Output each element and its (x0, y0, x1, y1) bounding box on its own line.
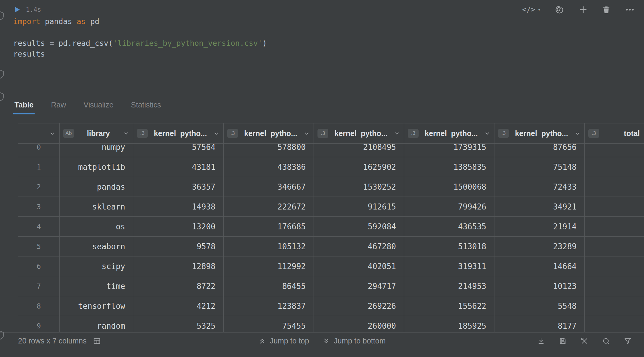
value-cell[interactable]: 10123 (494, 276, 585, 296)
tab-statistics[interactable]: Statistics (130, 95, 162, 114)
table-row[interactable]: 4os1320017668559208443653521914 (18, 217, 644, 237)
column-header-index[interactable] (18, 123, 60, 144)
column-menu-chevron-icon[interactable] (394, 130, 400, 137)
save-icon[interactable] (559, 337, 567, 345)
value-cell-total[interactable] (585, 256, 644, 276)
table-row[interactable]: 8tensorflow42121238372692261556225548 (18, 296, 644, 316)
row-index-cell[interactable]: 1 (18, 157, 60, 177)
table-row[interactable]: 5seaborn957810513246728051301823289 (18, 237, 644, 256)
library-cell[interactable]: random (60, 316, 133, 332)
tab-table[interactable]: Table (13, 95, 35, 114)
value-cell[interactable]: 123837 (224, 296, 314, 316)
row-index-cell[interactable]: 6 (18, 256, 60, 276)
value-cell[interactable]: 346667 (224, 177, 314, 197)
row-index-cell[interactable]: 0 (18, 144, 60, 157)
row-index-cell[interactable]: 8 (18, 296, 60, 316)
value-cell[interactable]: 8722 (133, 276, 224, 296)
filter-icon[interactable] (624, 337, 632, 345)
value-cell[interactable]: 176685 (224, 217, 314, 237)
value-cell-total[interactable] (585, 157, 644, 177)
value-cell[interactable]: 36357 (133, 177, 224, 197)
table-row[interactable]: 2pandas363573466671530252150006872433 (18, 177, 644, 197)
tools-icon[interactable] (580, 337, 589, 345)
value-cell[interactable]: 438386 (224, 157, 314, 177)
code-block[interactable]: import pandas as pd results = pd.read_cs… (13, 16, 267, 60)
value-cell-total[interactable] (585, 276, 644, 296)
value-cell[interactable]: 21914 (494, 217, 585, 237)
delete-cell-icon[interactable] (602, 5, 611, 14)
value-cell[interactable]: 185925 (404, 316, 494, 332)
value-cell[interactable]: 1530252 (314, 177, 404, 197)
code-dropdown-icon[interactable]: </> ▾ (522, 5, 540, 14)
library-cell[interactable]: numpy (60, 144, 133, 157)
value-cell[interactable]: 269226 (314, 296, 404, 316)
value-cell-total[interactable] (585, 144, 644, 157)
spiral-icon[interactable] (554, 5, 565, 15)
jump-to-top-button[interactable]: Jump to top (259, 337, 309, 345)
value-cell[interactable]: 222672 (224, 197, 314, 217)
value-cell[interactable]: 86455 (224, 276, 314, 296)
value-cell[interactable]: 105132 (224, 237, 314, 256)
value-cell[interactable]: 799426 (404, 197, 494, 217)
value-cell[interactable]: 9578 (133, 237, 224, 256)
jump-to-bottom-button[interactable]: Jump to bottom (322, 337, 385, 345)
value-cell[interactable]: 57564 (133, 144, 224, 157)
table-row[interactable]: 3sklearn1493822267291261579942634921 (18, 197, 644, 217)
value-cell[interactable]: 912615 (314, 197, 404, 217)
column-header-kernel-pytho[interactable]: .3kernel_pytho... (314, 123, 404, 144)
row-index-cell[interactable]: 7 (18, 276, 60, 296)
column-header-kernel-pytho[interactable]: .3kernel_pytho... (494, 123, 585, 144)
column-menu-chevron-icon[interactable] (123, 130, 129, 137)
library-cell[interactable]: scipy (60, 256, 133, 276)
run-cell-icon[interactable] (13, 6, 21, 14)
value-cell[interactable]: 87656 (494, 144, 585, 157)
row-index-cell[interactable]: 2 (18, 177, 60, 197)
library-cell[interactable]: matplotlib (60, 157, 133, 177)
value-cell[interactable]: 1739315 (404, 144, 494, 157)
value-cell[interactable]: 436535 (404, 217, 494, 237)
value-cell-total[interactable] (585, 197, 644, 217)
column-header-library[interactable]: Ablibrary (60, 123, 133, 144)
value-cell[interactable]: 5325 (133, 316, 224, 332)
value-cell[interactable]: 402051 (314, 256, 404, 276)
row-index-cell[interactable]: 5 (18, 237, 60, 256)
library-cell[interactable]: sklearn (60, 197, 133, 217)
tab-visualize[interactable]: Visualize (82, 95, 115, 114)
value-cell[interactable]: 72433 (494, 177, 585, 197)
value-cell[interactable]: 8177 (494, 316, 585, 332)
value-cell[interactable]: 1385835 (404, 157, 494, 177)
value-cell[interactable]: 578800 (224, 144, 314, 157)
library-cell[interactable]: time (60, 276, 133, 296)
value-cell[interactable]: 112992 (224, 256, 314, 276)
value-cell[interactable]: 214953 (404, 276, 494, 296)
value-cell[interactable]: 513018 (404, 237, 494, 256)
value-cell-total[interactable] (585, 316, 644, 332)
value-cell-total[interactable] (585, 177, 644, 197)
library-cell[interactable]: pandas (60, 177, 133, 197)
value-cell[interactable]: 294717 (314, 276, 404, 296)
value-cell[interactable]: 319311 (404, 256, 494, 276)
value-cell[interactable]: 4212 (133, 296, 224, 316)
table-row[interactable]: 9random5325754552600001859258177 (18, 316, 644, 332)
search-icon[interactable] (602, 337, 610, 345)
download-icon[interactable] (537, 337, 545, 345)
table-row[interactable]: 1matplotlib43181438386162590213858357514… (18, 157, 644, 177)
value-cell-total[interactable] (585, 237, 644, 256)
value-cell-total[interactable] (585, 296, 644, 316)
value-cell[interactable]: 5548 (494, 296, 585, 316)
value-cell[interactable]: 75148 (494, 157, 585, 177)
column-header-kernel-pytho[interactable]: .3kernel_pytho... (404, 123, 494, 144)
column-header-kernel-pytho[interactable]: .3kernel_pytho... (224, 123, 314, 144)
value-cell[interactable]: 23289 (494, 237, 585, 256)
library-cell[interactable]: os (60, 217, 133, 237)
column-menu-chevron-icon[interactable] (213, 130, 220, 137)
value-cell[interactable]: 155622 (404, 296, 494, 316)
column-menu-chevron-icon[interactable] (574, 130, 581, 137)
tab-raw[interactable]: Raw (50, 95, 67, 114)
table-row[interactable]: 7time87228645529471721495310123 (18, 276, 644, 296)
library-cell[interactable]: seaborn (60, 237, 133, 256)
value-cell[interactable]: 260000 (314, 316, 404, 332)
value-cell[interactable]: 12898 (133, 256, 224, 276)
column-menu-chevron-icon[interactable] (49, 130, 56, 137)
value-cell[interactable]: 75455 (224, 316, 314, 332)
